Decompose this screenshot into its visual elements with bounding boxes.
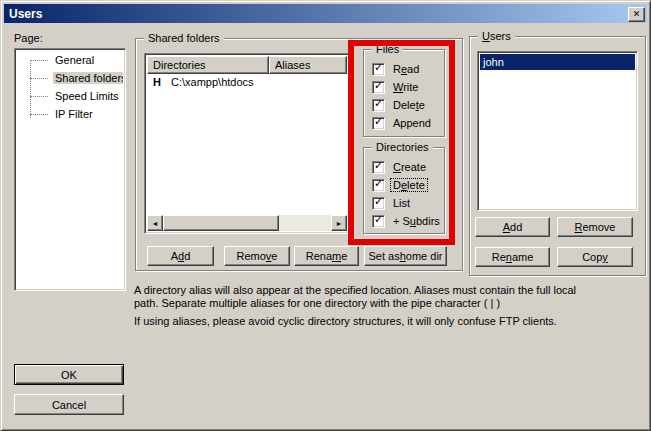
title-bar[interactable]: Users [4,4,647,23]
ok-button[interactable]: OK [14,364,124,385]
checkbox-delete-files[interactable]: ✓ Delete [372,98,428,112]
cancel-button[interactable]: Cancel [14,394,124,415]
checkbox-write[interactable]: ✓ Write [372,80,421,94]
subdirs-label: + Subdirs [390,214,443,228]
scroll-right-icon: ► [336,220,343,227]
append-checkbox[interactable]: ✓ [372,117,385,130]
column-header-aliases[interactable]: Aliases [269,56,347,74]
check-icon: ✓ [374,79,383,92]
horizontal-scrollbar[interactable]: ◄ ► [147,215,347,231]
page-item-general[interactable]: General [17,51,123,69]
delete-dirs-checkbox[interactable]: ✓ [372,179,385,192]
close-icon: ✕ [633,10,641,19]
directory-row[interactable]: H C:\xampp\htdocs [147,74,347,91]
append-label: Append [390,116,434,130]
delete-files-checkbox[interactable]: ✓ [372,99,385,112]
check-icon: ✓ [374,177,383,190]
shared-folders-group-label: Shared folders [144,31,224,45]
checkbox-append[interactable]: ✓ Append [372,116,434,130]
checkbox-delete-dirs[interactable]: ✓ Delete [372,178,428,192]
directory-path: C:\xampp\htdocs [171,74,254,91]
alias-note-line2: path. Separate multiple aliases for one … [134,297,500,309]
add-folder-button[interactable]: Add [147,246,214,266]
create-label: Create [390,160,429,174]
create-checkbox[interactable]: ✓ [372,161,385,174]
page-item-speed-limits[interactable]: Speed Limits [17,87,123,105]
alias-note-line1: A directory alias will also appear at th… [134,284,576,296]
home-marker: H [153,74,161,91]
copy-user-button[interactable]: Copy [557,247,633,267]
rename-user-button[interactable]: Rename [475,247,550,267]
directories-permissions-group: Directories ✓ Create ✓ Delete ✓ List ✓ +… [363,147,445,234]
remove-user-button[interactable]: Remove [557,217,633,237]
checkbox-list[interactable]: ✓ List [372,196,413,210]
remove-folder-button[interactable]: Remove [224,246,290,266]
check-icon: ✓ [374,195,383,208]
scroll-right-button[interactable]: ► [331,215,347,231]
scroll-left-button[interactable]: ◄ [147,215,163,231]
users-group-label: Users [478,29,515,43]
page-item-ip-filter[interactable]: IP Filter [17,105,123,123]
read-checkbox[interactable]: ✓ [372,63,385,76]
page-label: Page: [14,32,43,44]
directories-group-label: Directories [372,140,433,154]
scroll-left-icon: ◄ [152,220,159,227]
check-icon: ✓ [374,159,383,172]
subdirs-checkbox[interactable]: ✓ [372,215,385,228]
page-tree: General Shared folders Speed Limits IP F… [14,48,126,291]
write-label: Write [390,80,421,94]
users-listbox[interactable]: john [477,51,638,211]
checkbox-read[interactable]: ✓ Read [372,62,422,76]
check-icon: ✓ [374,61,383,74]
listview-header: Directories Aliases [147,56,347,74]
window-title: Users [9,7,42,21]
close-button[interactable]: ✕ [628,7,645,22]
list-label: List [390,196,413,210]
user-item-john[interactable]: john [480,54,635,70]
delete-dirs-label: Delete [390,178,428,192]
scrollbar-thumb[interactable] [163,215,279,231]
check-icon: ✓ [374,97,383,110]
check-icon: ✓ [374,115,383,128]
column-header-directories[interactable]: Directories [147,56,269,74]
check-icon: ✓ [374,213,383,226]
files-group-label: Files [372,42,403,56]
cyclic-note: If using aliases, please avoid cyclic di… [134,315,557,327]
delete-files-label: Delete [390,98,428,112]
set-home-dir-button[interactable]: Set as home dir [364,246,447,266]
write-checkbox[interactable]: ✓ [372,81,385,94]
files-permissions-group: Files ✓ Read ✓ Write ✓ Delete ✓ Append [363,49,445,137]
page-item-shared-folders[interactable]: Shared folders [17,69,123,87]
add-user-button[interactable]: Add [475,217,550,237]
directories-listview[interactable]: Directories Aliases H C:\xampp\htdocs ◄ … [144,53,350,234]
list-checkbox[interactable]: ✓ [372,197,385,210]
scrollbar-track[interactable] [279,215,331,231]
checkbox-subdirs[interactable]: ✓ + Subdirs [372,214,443,228]
checkbox-create[interactable]: ✓ Create [372,160,429,174]
read-label: Read [390,62,422,76]
users-dialog: Users ✕ Page: General Shared folders Spe… [0,0,651,431]
rename-folder-button[interactable]: Rename [294,246,359,266]
